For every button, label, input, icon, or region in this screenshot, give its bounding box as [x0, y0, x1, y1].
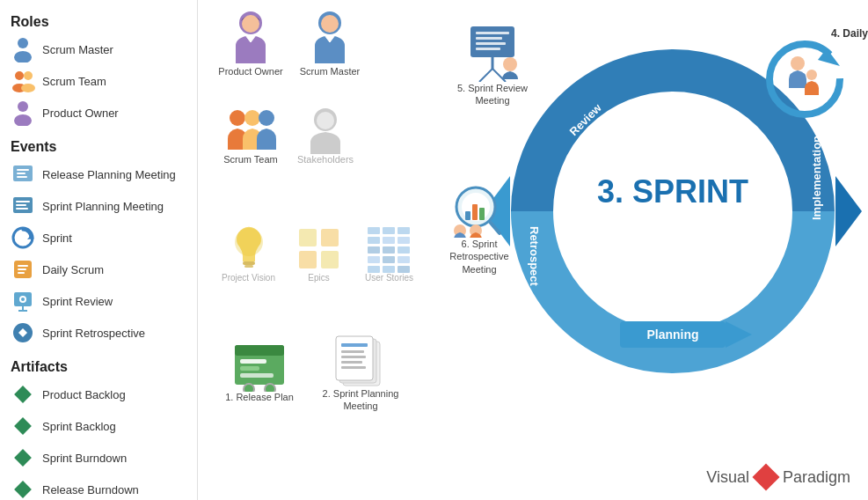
sidebar-item-sprint-planning[interactable]: Sprint Planning Meeting	[0, 190, 197, 222]
stakeholders-figure: Stakeholders	[290, 106, 361, 165]
sprint-backlog-diamond-icon	[11, 414, 35, 438]
svg-point-26	[21, 298, 25, 301]
svg-rect-62	[368, 256, 380, 263]
sidebar-item-sprint-review[interactable]: Sprint Review	[0, 285, 197, 317]
svg-point-1	[14, 51, 32, 62]
svg-rect-9	[17, 169, 29, 171]
svg-rect-55	[398, 227, 410, 234]
release-burndown-diamond-icon	[11, 477, 35, 500]
svg-point-45	[317, 112, 334, 129]
svg-point-31	[321, 15, 339, 33]
scrum-master-figure: Scrum Master	[295, 9, 365, 77]
release-plan-label: 1. Release Plan	[225, 392, 294, 402]
svg-rect-47	[243, 261, 255, 265]
svg-rect-70	[240, 359, 266, 364]
product-backlog-label: Product Backlog	[42, 388, 126, 401]
scrum-master-figure-label: Scrum Master	[300, 66, 360, 77]
svg-marker-84	[835, 176, 862, 246]
release-planning-icon	[11, 162, 35, 187]
svg-point-74	[265, 384, 275, 392]
scrum-team-icon	[11, 69, 35, 93]
product-backlog-diamond-icon	[11, 382, 35, 407]
scrum-team-label: Scrum Team	[42, 75, 106, 88]
svg-rect-59	[368, 246, 380, 254]
svg-rect-51	[299, 251, 317, 268]
svg-rect-21	[18, 272, 25, 274]
artifacts-section-title: Artifacts	[0, 354, 197, 379]
vp-brand-paradigm: Paradigm	[783, 468, 850, 487]
svg-point-83	[569, 107, 777, 315]
svg-rect-61	[398, 246, 410, 254]
sidebar-item-product-backlog[interactable]: Product Backlog	[0, 379, 197, 410]
svg-rect-14	[16, 204, 26, 206]
svg-rect-49	[299, 229, 317, 246]
sidebar: Roles Scrum Master Scrum Team	[0, 0, 198, 500]
svg-rect-58	[398, 237, 410, 244]
project-vision-label: Project Vision	[222, 273, 275, 283]
svg-point-7	[14, 114, 32, 126]
svg-rect-60	[383, 246, 395, 254]
release-burndown-label: Release Burndown	[42, 483, 139, 496]
scrum-team-figure-icon	[224, 106, 277, 154]
svg-rect-63	[383, 256, 395, 263]
svg-rect-11	[17, 176, 27, 178]
implementation-label: Implementation	[810, 136, 823, 220]
sidebar-item-sprint-backlog[interactable]: Sprint Backlog	[0, 410, 197, 442]
epics-icon	[295, 224, 343, 273]
release-plan-icon	[233, 343, 286, 392]
sidebar-item-scrum-team[interactable]: Scrum Team	[0, 65, 197, 97]
project-vision-artifact: Project Vision	[215, 224, 281, 283]
sprint-retro-meeting-icon	[451, 185, 508, 238]
retrospect-arc-label: Retrospect	[528, 226, 541, 287]
sprint-burndown-diamond-icon	[11, 445, 35, 470]
sprint-retro-meeting-label: 6. Sprint RetrospectiveMeeting	[435, 238, 523, 276]
svg-rect-72	[240, 373, 274, 378]
sprint-planning-meeting-figure: 2. Sprint PlanningMeeting	[321, 335, 400, 413]
daily-scrum-label: 4. Daily Scrum	[831, 27, 868, 40]
epics-label: Epics	[308, 273, 329, 283]
svg-rect-48	[244, 265, 253, 268]
svg-point-91	[806, 70, 817, 80]
sidebar-item-daily-scrum[interactable]: Daily Scrum	[0, 254, 197, 285]
daily-scrum-label: Daily Scrum	[42, 263, 104, 276]
sprint-burndown-label: Sprint Burndown	[42, 452, 127, 465]
release-planning-label: Release Planning Meeting	[42, 168, 176, 181]
scrum-master-icon	[11, 37, 35, 62]
sidebar-item-release-planning[interactable]: Release Planning Meeting	[0, 158, 197, 190]
svg-rect-10	[17, 173, 26, 174]
svg-rect-94	[465, 211, 470, 220]
sprint-icon	[11, 225, 35, 250]
svg-point-29	[242, 15, 259, 33]
svg-rect-66	[383, 266, 395, 273]
svg-point-6	[18, 101, 28, 112]
vp-diamond-icon	[752, 463, 779, 490]
user-stories-label: User Stories	[365, 273, 413, 283]
svg-rect-64	[398, 256, 410, 263]
product-owner-figure: Product Owner	[215, 9, 286, 77]
svg-rect-52	[321, 251, 339, 268]
sprint-review-icon	[11, 289, 35, 313]
sidebar-item-scrum-master[interactable]: Scrum Master	[0, 33, 197, 65]
sprint-label: Sprint	[42, 232, 72, 245]
svg-rect-81	[341, 361, 362, 364]
scrum-team-figure: Scrum Team	[215, 106, 286, 165]
sidebar-item-product-owner[interactable]: Product Owner	[0, 97, 197, 129]
sprint-retro-icon	[11, 320, 35, 345]
svg-rect-53	[368, 227, 380, 234]
sidebar-item-release-burndown[interactable]: Release Burndown	[0, 474, 197, 500]
svg-rect-80	[341, 356, 366, 358]
svg-rect-67	[398, 266, 410, 273]
sidebar-item-sprint[interactable]: Sprint	[0, 222, 197, 254]
svg-point-41	[230, 110, 245, 126]
sidebar-item-sprint-burndown[interactable]: Sprint Burndown	[0, 442, 197, 474]
sidebar-item-sprint-retro[interactable]: Sprint Retrospective	[0, 317, 197, 349]
svg-rect-20	[18, 268, 26, 270]
vp-brand-visual: Visual	[706, 468, 749, 487]
svg-rect-65	[368, 266, 380, 273]
scrum-team-figure-label: Scrum Team	[223, 154, 278, 165]
svg-rect-50	[321, 229, 339, 246]
svg-point-5	[21, 84, 35, 92]
roles-section-title: Roles	[0, 9, 197, 33]
stakeholders-label: Stakeholders	[297, 154, 354, 165]
svg-line-97	[490, 222, 500, 233]
